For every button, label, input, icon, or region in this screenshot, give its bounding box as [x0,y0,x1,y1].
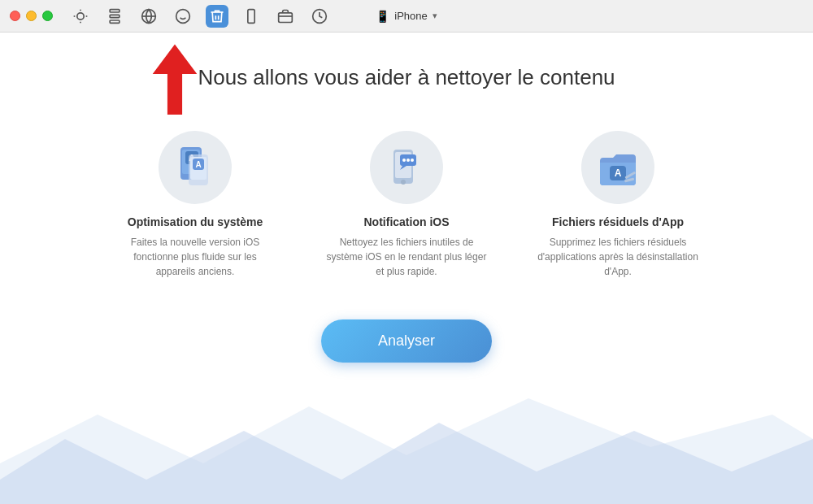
svg-marker-20 [153,45,198,115]
globe-icon[interactable] [137,5,160,28]
svg-text:A: A [195,160,201,169]
feature-desc-system-opt: Faites la nouvelle version iOS fonctionn… [114,235,276,279]
svg-rect-6 [110,15,120,17]
feature-title-ios-notif: Notification iOS [364,215,450,228]
feature-desc-ios-notif: Nettoyez les fichiers inutiles de systèm… [325,235,488,279]
home-icon[interactable] [69,5,92,28]
svg-rect-7 [110,20,120,23]
feature-app-residuals: A Fichiers résiduels d'App Supprimez les… [537,131,699,279]
phone-icon[interactable] [240,5,263,28]
svg-point-32 [402,159,406,162]
feature-title-system-opt: Optimisation du système [128,215,263,228]
red-arrow-icon [142,41,207,122]
phone-title-icon: 📱 [376,10,389,23]
window-controls [10,11,53,21]
toolbar [69,5,331,28]
features-row: A A Optimisation du système Faites la no… [114,131,699,279]
feature-desc-app-residuals: Supprimez les fichiers résiduels d'appli… [537,235,699,279]
feature-title-app-residuals: Fichiers résiduels d'App [552,215,684,228]
svg-rect-5 [110,9,120,11]
minimize-button[interactable] [26,11,37,21]
feature-system-opt: A A Optimisation du système Faites la no… [114,131,276,279]
svg-point-34 [411,159,414,162]
analyser-button[interactable]: Analyser [321,319,492,363]
feature-ios-notif: Notification iOS Nettoyez les fichiers i… [325,131,488,279]
smiley-icon[interactable] [172,5,194,28]
svg-rect-15 [279,12,293,22]
svg-point-10 [176,9,190,23]
arrow-container [142,41,207,125]
briefcase-icon[interactable] [274,5,297,28]
trash-icon[interactable] [206,5,228,28]
svg-point-0 [77,12,84,19]
svg-point-36 [401,180,406,185]
feature-icon-app-residuals: A [581,131,654,204]
feature-icon-system-opt: A A [159,131,232,204]
titlebar-center: 📱 iPhone ▾ [376,10,437,23]
main-heading: Nous allons vous aider à nettoyer le con… [198,65,615,90]
svg-point-33 [406,159,410,162]
tools-icon[interactable] [103,5,126,28]
chevron-down-icon[interactable]: ▾ [433,11,437,21]
history-icon[interactable] [308,5,331,28]
feature-icon-ios-notif [370,131,443,204]
titlebar: 📱 iPhone ▾ [0,0,813,33]
mountains-decoration [0,390,813,504]
svg-text:A: A [615,167,622,179]
main-content: Nous allons vous aider à nettoyer le con… [0,33,813,504]
device-name: iPhone [394,10,427,22]
maximize-button[interactable] [42,11,53,21]
close-button[interactable] [10,11,20,21]
